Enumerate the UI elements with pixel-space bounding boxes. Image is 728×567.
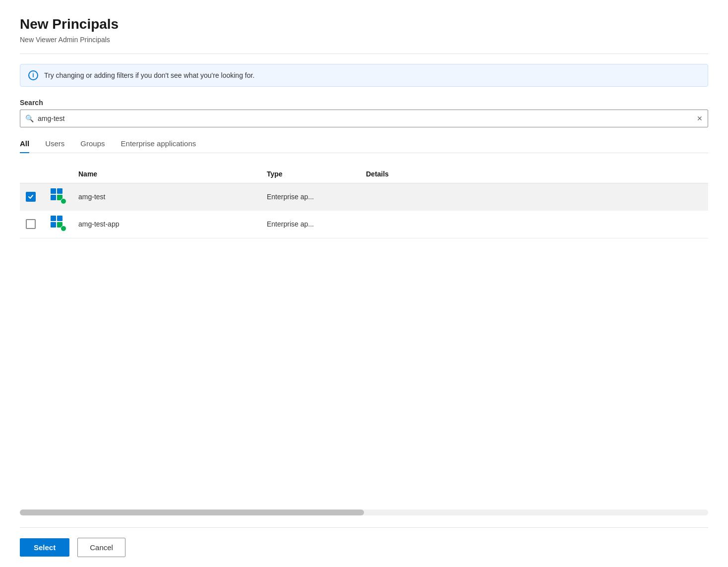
search-icon: 🔍 — [25, 114, 34, 122]
row1-icon-cell — [45, 183, 72, 211]
select-button[interactable]: Select — [20, 538, 69, 557]
checkbox-checked[interactable] — [26, 192, 36, 202]
app-icon-badge — [61, 226, 66, 231]
col-header-icon — [45, 165, 72, 183]
info-icon: i — [28, 70, 38, 80]
row2-icon-cell — [45, 211, 72, 238]
page-subtitle: New Viewer Admin Principals — [20, 36, 708, 44]
title-divider — [20, 54, 708, 54]
enterprise-app-icon — [51, 188, 66, 204]
tab-users[interactable]: Users — [45, 139, 64, 153]
row1-checkbox-cell[interactable] — [20, 183, 45, 211]
search-input[interactable] — [38, 114, 697, 122]
cancel-button[interactable]: Cancel — [77, 538, 125, 557]
row1-name: amg-test — [72, 183, 261, 211]
tabs-row: All Users Groups Enterprise applications — [20, 139, 708, 153]
search-label: Search — [20, 99, 708, 107]
row2-type: Enterprise ap... — [261, 211, 360, 238]
search-wrapper: 🔍 ✕ — [20, 110, 708, 127]
info-banner: i Try changing or adding filters if you … — [20, 64, 708, 87]
results-table-area: Name Type Details — [20, 165, 708, 500]
row1-type: Enterprise ap... — [261, 183, 360, 211]
scrollbar-thumb[interactable] — [20, 510, 364, 515]
results-table: Name Type Details — [20, 165, 708, 238]
row2-checkbox-cell[interactable] — [20, 211, 45, 238]
search-clear-button[interactable]: ✕ — [697, 114, 703, 122]
col-header-details: Details — [360, 165, 708, 183]
tab-enterprise-applications[interactable]: Enterprise applications — [121, 139, 196, 153]
horizontal-scrollbar[interactable] — [20, 510, 708, 515]
enterprise-app-icon — [51, 216, 66, 231]
col-header-checkbox — [20, 165, 45, 183]
search-input-container: 🔍 ✕ — [20, 110, 708, 127]
table-row[interactable]: amg-test-app Enterprise ap... — [20, 211, 708, 238]
page-title: New Principals — [20, 16, 708, 33]
tab-all[interactable]: All — [20, 139, 29, 153]
info-banner-text: Try changing or adding filters if you do… — [44, 71, 254, 79]
table-row[interactable]: amg-test Enterprise ap... — [20, 183, 708, 211]
footer: Select Cancel — [20, 527, 708, 567]
row2-details — [360, 211, 708, 238]
app-icon-badge — [61, 198, 66, 204]
tab-groups[interactable]: Groups — [80, 139, 105, 153]
row2-name: amg-test-app — [72, 211, 261, 238]
col-header-name: Name — [72, 165, 261, 183]
row1-details — [360, 183, 708, 211]
col-header-type: Type — [261, 165, 360, 183]
checkbox-unchecked[interactable] — [26, 219, 36, 229]
